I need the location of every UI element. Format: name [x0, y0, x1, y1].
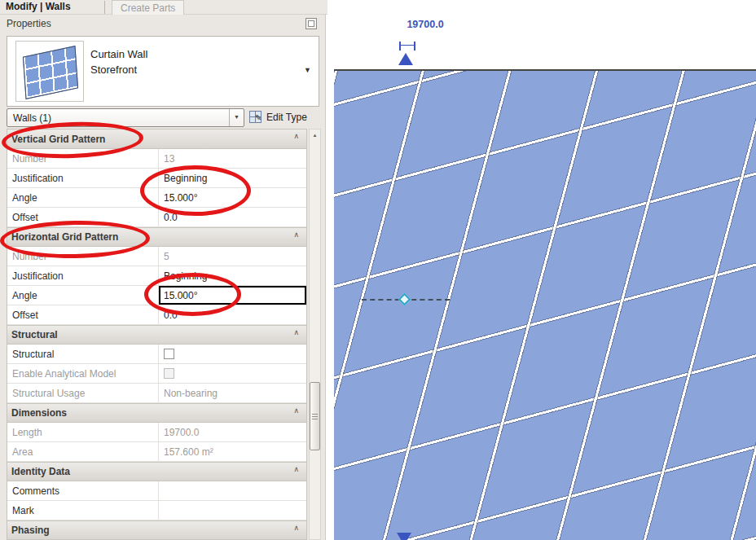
curtain-wall-elevation[interactable] [334, 69, 756, 540]
property-value-enable-analytical-model [159, 364, 306, 383]
combo-dropdown-icon: ▼ [234, 114, 240, 120]
collapse-chevron-icon[interactable]: ∧ [293, 465, 299, 473]
type-family-label: Curtain Wall [90, 48, 147, 60]
property-value-mark[interactable] [159, 501, 306, 520]
property-row-offset: Offset0.0 [7, 208, 306, 227]
scrollbar-thumb[interactable] [310, 382, 320, 450]
section-title: Vertical Grid Pattern [11, 134, 105, 145]
ribbon-strip: Modify | Walls Create Parts [0, 0, 327, 15]
property-label: Angle [7, 188, 159, 207]
combo-arrow-box[interactable]: ▼ [229, 109, 244, 126]
property-value-angle[interactable]: 15.000° [159, 188, 306, 207]
properties-scrollbar[interactable]: ▲ [309, 129, 321, 540]
section-header-structural[interactable]: Structural∧ [7, 325, 306, 345]
property-grid: Vertical Grid Pattern∧Number13Justificat… [7, 129, 307, 540]
property-value-offset[interactable]: 0.0 [159, 208, 306, 226]
section-title: Horizontal Grid Pattern [11, 231, 118, 243]
property-label: Mark [7, 501, 159, 520]
type-selector-chevron-icon[interactable]: ▼ [304, 66, 311, 74]
drawing-area[interactable]: 19700.0 [327, 15, 756, 540]
property-label: Angle [7, 286, 159, 305]
property-row-justification: JustificationBeginning [7, 169, 306, 188]
section-header-vertical-grid-pattern[interactable]: Vertical Grid Pattern∧ [7, 130, 306, 149]
dimension-arrow-top-icon [398, 53, 413, 65]
selection-filter-label: Walls (1) [13, 112, 51, 124]
property-label: Structural Usage [7, 384, 159, 402]
property-row-angle: Angle15.000° [7, 188, 306, 208]
property-label: Justification [7, 169, 159, 187]
collapse-chevron-icon[interactable]: ∧ [293, 132, 299, 140]
property-label: Number [7, 247, 159, 266]
scrollbar-up-arrow-icon[interactable]: ▲ [310, 130, 320, 142]
checkbox-enable-analytical-model [164, 368, 174, 379]
dimension-arrow-bottom-icon [397, 533, 411, 540]
property-row-length: Length19700.0 [7, 423, 306, 442]
property-label: Number [7, 149, 159, 168]
collapse-chevron-icon[interactable]: ∧ [293, 524, 299, 532]
collapse-chevron-icon[interactable]: ∧ [293, 406, 299, 415]
property-row-number: Number13 [7, 149, 306, 169]
property-label: Offset [7, 305, 159, 324]
dimension-text[interactable]: 19700.0 [393, 19, 458, 30]
property-row-area: Area157.600 m² [7, 442, 306, 462]
property-row-offset: Offset0.0 [7, 305, 306, 325]
property-row-angle: Angle15.000° [7, 286, 306, 305]
checkbox-structural[interactable] [164, 349, 174, 359]
section-header-dimensions[interactable]: Dimensions∧ [7, 403, 306, 423]
property-value-structural-usage: Non-bearing [159, 384, 306, 402]
section-title: Phasing [11, 525, 50, 536]
property-value-comments[interactable] [159, 481, 306, 500]
property-row-justification: JustificationBeginning [7, 266, 306, 286]
tab-modify-walls[interactable]: Modify | Walls [6, 1, 71, 12]
property-value-justification[interactable]: Beginning [159, 266, 306, 285]
create-parts-button[interactable]: Create Parts [112, 0, 184, 15]
property-row-structural-usage: Structural UsageNon-bearing [7, 384, 306, 403]
type-preview-thumbnail [15, 41, 84, 102]
property-label: Length [7, 423, 159, 441]
property-value-area: 157.600 m² [159, 442, 306, 461]
property-value-number: 5 [159, 247, 306, 266]
property-label: Offset [7, 208, 159, 226]
properties-panel: Properties Curtain Wall Storefront ▼ Wal… [0, 15, 326, 540]
property-label: Enable Analytical Model [7, 364, 159, 383]
property-row-comments: Comments [7, 481, 306, 501]
section-title: Dimensions [11, 407, 67, 419]
section-header-phasing[interactable]: Phasing∧ [7, 520, 306, 540]
property-row-structural: Structural [7, 345, 306, 364]
property-value-structural[interactable] [159, 345, 306, 363]
panel-dock-icon[interactable] [305, 18, 317, 29]
property-label: Comments [7, 481, 159, 500]
section-header-horizontal-grid-pattern[interactable]: Horizontal Grid Pattern∧ [7, 227, 306, 247]
revit-window: Modify | Walls Create Parts Properties C… [0, 0, 756, 540]
ribbon-divider [104, 1, 105, 14]
property-value-number: 13 [159, 149, 306, 168]
type-selector[interactable]: Curtain Wall Storefront ▼ [7, 36, 319, 107]
selection-filter-combo[interactable]: Walls (1) ▼ [7, 108, 244, 127]
property-row-number: Number5 [7, 247, 306, 266]
property-label: Area [7, 442, 159, 461]
edit-type-button[interactable]: ✎ Edit Type [249, 108, 321, 127]
property-value-offset[interactable]: 0.0 [159, 305, 306, 324]
type-name-label: Storefront [90, 64, 137, 76]
pencil-icon: ✎ [255, 113, 262, 122]
section-title: Structural [11, 329, 58, 340]
properties-panel-title: Properties [7, 18, 51, 29]
collapse-chevron-icon[interactable]: ∧ [293, 328, 299, 336]
property-label: Justification [7, 266, 159, 285]
property-value-justification[interactable]: Beginning [159, 169, 306, 187]
edit-type-icon: ✎ [249, 111, 262, 123]
property-value-angle[interactable]: 15.000° [159, 286, 306, 305]
edit-type-label: Edit Type [266, 112, 307, 123]
property-label: Structural [7, 345, 159, 363]
section-header-identity-data[interactable]: Identity Data∧ [7, 462, 306, 481]
section-title: Identity Data [11, 466, 70, 477]
dimension-tick-icon [399, 42, 415, 50]
property-row-enable-analytical-model: Enable Analytical Model [7, 364, 306, 384]
collapse-chevron-icon[interactable]: ∧ [293, 230, 299, 239]
curtain-wall-thumbnail-icon [23, 46, 78, 99]
property-value-length: 19700.0 [159, 423, 306, 441]
property-row-mark: Mark [7, 501, 306, 520]
